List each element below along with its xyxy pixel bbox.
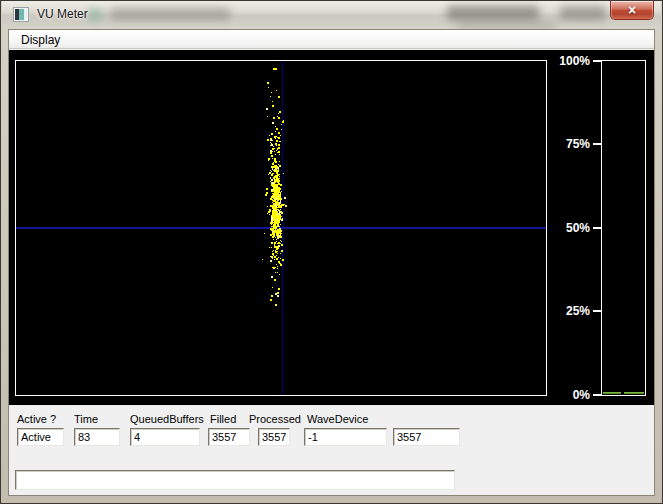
app-icon <box>13 7 29 22</box>
menu-item-display[interactable]: Display <box>14 31 67 47</box>
axis-label-100: 100% <box>546 54 590 68</box>
axis-label-0: 0% <box>546 388 590 402</box>
axis-label-25: 25% <box>546 304 590 318</box>
xy-scope-frame <box>15 60 547 396</box>
client-area: Display 100% 75% 50% 25% 0% Active ? <box>8 29 655 496</box>
field-label-wavedevice: WaveDevice <box>307 413 368 425</box>
field-filled[interactable] <box>208 428 250 446</box>
app-window: VU Meter × Display 100% 75% 50% 25% 0% <box>0 0 663 504</box>
field-active[interactable] <box>17 428 64 446</box>
field-label-processed: Processed <box>249 413 301 425</box>
vu-level-gap <box>621 392 624 394</box>
close-icon: × <box>628 2 636 18</box>
glass-blur-artifact <box>447 6 539 20</box>
titlebar[interactable]: VU Meter × <box>2 1 661 29</box>
field-label-active: Active ? <box>17 413 56 425</box>
menubar: Display <box>9 30 654 49</box>
meter-display: 100% 75% 50% 25% 0% <box>9 50 654 405</box>
field-label-queuedbuffers: QueuedBuffers <box>130 413 204 425</box>
controls-panel: Active ? Time QueuedBuffers Filled Proce… <box>9 405 654 495</box>
axis-label-50: 50% <box>546 221 590 235</box>
close-button[interactable]: × <box>610 1 654 20</box>
scatter-canvas <box>16 61 546 395</box>
axis-tick <box>593 310 601 312</box>
axis-tick <box>593 227 601 229</box>
axis-tick <box>593 394 601 396</box>
axis-tick <box>593 60 601 62</box>
field-processed[interactable] <box>258 428 290 446</box>
field-wavedevice[interactable] <box>304 428 387 446</box>
window-title: VU Meter <box>37 7 88 21</box>
glass-blur-artifact <box>110 8 230 20</box>
field-label-time: Time <box>74 413 98 425</box>
field-label-filled: Filled <box>210 413 236 425</box>
vu-level-bar <box>601 60 646 396</box>
vu-level-indicator <box>603 392 644 394</box>
glass-blur-artifact <box>88 9 102 21</box>
field-queuedbuffers[interactable] <box>130 428 200 446</box>
field-time[interactable] <box>74 428 120 446</box>
glass-blur-artifact <box>457 22 557 29</box>
axis-tick <box>593 143 601 145</box>
glass-blur-artifact <box>560 6 606 20</box>
axis-label-75: 75% <box>546 137 590 151</box>
field-extra-count[interactable] <box>393 428 460 446</box>
status-input[interactable] <box>15 470 455 490</box>
